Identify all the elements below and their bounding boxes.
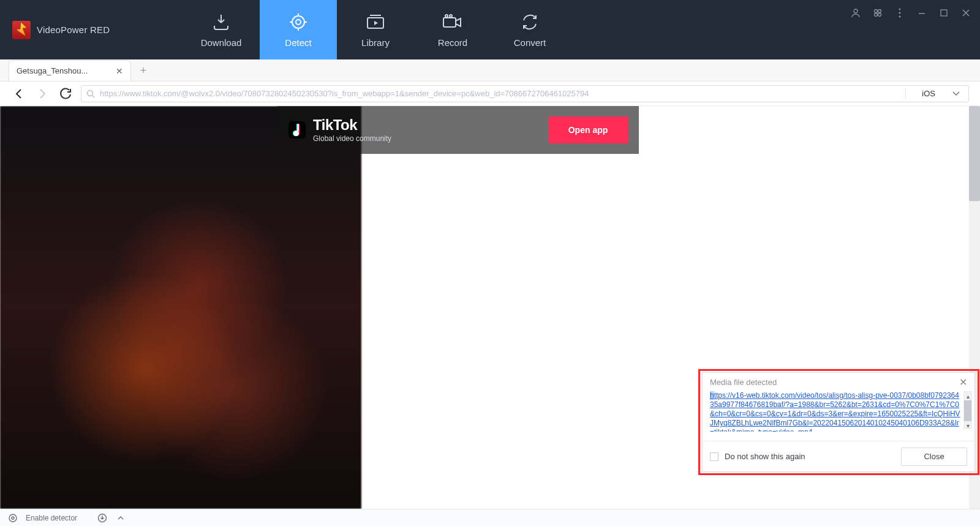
media-detected-popup: Media file detected ✕ https://v16-web.ti…: [702, 372, 975, 472]
back-button[interactable]: [11, 86, 27, 102]
svg-point-0: [292, 16, 304, 28]
tiktok-brand: TikTok: [313, 118, 391, 132]
nav-tab-record[interactable]: Record: [414, 0, 491, 59]
checkbox-icon[interactable]: [710, 452, 718, 461]
close-window-button[interactable]: [960, 7, 971, 18]
reload-button[interactable]: [58, 86, 74, 102]
kebab-menu-icon[interactable]: [894, 7, 905, 18]
nav-tab-library[interactable]: Library: [337, 0, 414, 59]
browser-tabstrip: Getsuga_Tenshou... ✕ +: [0, 59, 980, 82]
scrollbar-thumb[interactable]: [969, 106, 980, 201]
target-icon: [288, 12, 309, 32]
tiktok-banner: TikTok Global video community Open app: [277, 106, 639, 154]
browser-tab-title: Getsuga_Tenshou...: [17, 66, 88, 75]
svg-point-1: [296, 20, 301, 25]
dont-show-checkbox[interactable]: Do not show this again: [710, 452, 805, 461]
nav-tab-detect[interactable]: Detect: [260, 0, 337, 59]
popup-scrollbar[interactable]: ▴ ▾: [963, 391, 972, 429]
nav-tab-label: Record: [438, 37, 467, 48]
svg-point-8: [878, 10, 881, 13]
nav-tab-label: Library: [361, 37, 390, 48]
convert-icon: [519, 12, 540, 32]
svg-point-7: [875, 10, 878, 13]
checkbox-label: Do not show this again: [725, 452, 805, 461]
chevron-up-icon[interactable]: [115, 513, 126, 524]
popup-close-action-button[interactable]: Close: [901, 448, 967, 466]
download-small-icon[interactable]: [97, 513, 108, 524]
top-nav: VideoPower RED Download Detect: [0, 0, 980, 59]
nav-tab-label: Convert: [514, 37, 546, 48]
svg-point-6: [854, 9, 858, 13]
nav-tab-download[interactable]: Download: [183, 0, 260, 59]
svg-rect-14: [941, 10, 947, 16]
account-icon[interactable]: [850, 7, 861, 18]
platform-selector[interactable]: iOS: [911, 86, 944, 102]
search-icon: [86, 90, 95, 98]
svg-point-9: [875, 13, 878, 17]
platform-label: iOS: [922, 89, 935, 98]
url-input[interactable]: [100, 89, 900, 98]
popup-scroll-thumb[interactable]: [964, 400, 971, 421]
chevron-down-icon[interactable]: [949, 91, 963, 96]
detector-toggle-icon[interactable]: [7, 513, 18, 524]
page-content: TikTok Global video community Open app M…: [0, 106, 980, 509]
popup-close-button[interactable]: ✕: [959, 376, 967, 388]
maximize-button[interactable]: [938, 7, 949, 18]
url-selection: h: [710, 391, 714, 400]
svg-point-5: [450, 15, 452, 17]
download-icon: [211, 12, 232, 32]
popup-title: Media file detected: [710, 378, 777, 387]
detector-label[interactable]: Enable detector: [26, 514, 77, 522]
open-app-button[interactable]: Open app: [548, 116, 628, 143]
tiktok-subtitle: Global video community: [313, 135, 391, 142]
minimize-button[interactable]: [916, 7, 927, 18]
apps-icon[interactable]: [872, 7, 883, 18]
nav-tab-label: Detect: [285, 37, 311, 48]
camera-icon: [442, 12, 463, 32]
close-tab-button[interactable]: ✕: [116, 67, 123, 75]
svg-point-11: [899, 9, 901, 10]
svg-point-17: [12, 517, 14, 519]
svg-point-10: [878, 13, 881, 17]
status-bar: Enable detector: [0, 509, 980, 526]
video-preview[interactable]: [0, 106, 361, 509]
url-rest: ttps://v16-web.tiktok.com/video/tos/alis…: [710, 391, 960, 432]
divider: [905, 88, 906, 99]
new-tab-button[interactable]: +: [136, 63, 151, 78]
svg-rect-3: [443, 18, 456, 27]
scroll-down-icon[interactable]: ▾: [964, 421, 971, 430]
detected-url-link[interactable]: https://v16-web.tiktok.com/video/tos/ali…: [710, 391, 974, 432]
nav-tab-convert[interactable]: Convert: [491, 0, 568, 59]
tiktok-logo-icon: [288, 121, 306, 139]
app-logo-icon: [12, 21, 31, 39]
svg-point-12: [899, 12, 901, 14]
brand: VideoPower RED: [0, 0, 183, 59]
browser-toolbar: iOS: [0, 82, 980, 106]
app-title: VideoPower RED: [37, 25, 110, 35]
scroll-up-icon[interactable]: ▴: [964, 392, 971, 400]
library-icon: [365, 12, 386, 32]
nav-tabs: Download Detect Library: [183, 0, 568, 59]
address-bar[interactable]: iOS: [81, 85, 969, 102]
svg-point-15: [88, 90, 93, 96]
forward-button[interactable]: [34, 86, 50, 102]
browser-tab[interactable]: Getsuga_Tenshou... ✕: [9, 60, 131, 81]
svg-point-16: [9, 514, 17, 522]
svg-point-13: [899, 16, 901, 18]
nav-tab-label: Download: [201, 37, 242, 48]
svg-point-4: [445, 15, 448, 17]
window-controls: [850, 7, 971, 18]
